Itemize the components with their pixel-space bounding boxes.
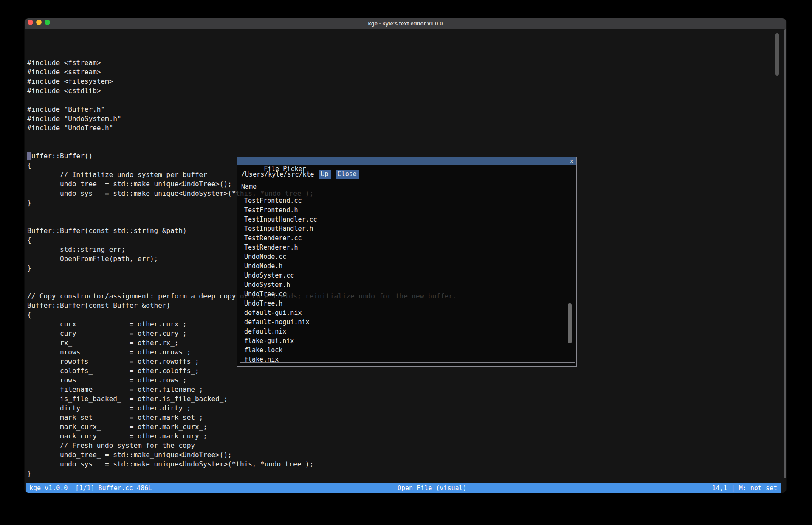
file-item[interactable]: flake.lock (244, 345, 575, 355)
code-line: // Fresh undo system for the copy (27, 441, 457, 450)
code-line: dirty_ = other.dirty_; (27, 404, 457, 413)
window-title: kge - kyle's text editor v1.0.0 (25, 18, 786, 29)
code-line (27, 95, 457, 105)
code-line: } (27, 469, 457, 478)
close-icon[interactable]: ✕ (570, 157, 573, 165)
file-picker-titlebar: File Picker ✕ (237, 157, 576, 165)
dialog-separator (237, 182, 576, 182)
status-mode: Open File (visual) (398, 483, 467, 493)
window-titlebar: kge - kyle's text editor v1.0.0 (25, 18, 786, 29)
editor-scrollbar-thumb[interactable] (775, 33, 779, 76)
code-line: #include "UndoSystem.h" (27, 114, 457, 124)
code-line: mark_set_ = other.mark_set_; (27, 413, 457, 422)
code-line (27, 142, 457, 152)
code-line: filename_ = other.filename_; (27, 385, 457, 394)
file-picker-dialog: File Picker ✕ /Users/kyle/src/kte Up Clo… (237, 157, 577, 367)
file-item[interactable]: default-gui.nix (244, 308, 575, 317)
file-item[interactable]: UndoTree.cc (244, 289, 575, 299)
code-line: undo_sys_ = std::make_unique<UndoSystem>… (27, 460, 457, 469)
code-line: #include <filesystem> (27, 77, 457, 86)
file-item[interactable]: UndoTree.h (244, 299, 575, 308)
current-path: /Users/kyle/src/kte (241, 171, 314, 178)
file-item[interactable]: default-nogui.nix (244, 317, 575, 327)
file-item[interactable]: default.nix (244, 327, 575, 336)
code-line: mark_curx_ = other.mark_curx_; (27, 422, 457, 432)
name-column-header: Name (241, 183, 257, 191)
window-scrollbar-track[interactable] (784, 29, 787, 478)
file-item[interactable]: TestFrontend.cc (244, 196, 575, 205)
file-item[interactable]: TestRenderer.h (244, 243, 575, 252)
close-button[interactable]: Close (336, 170, 359, 179)
file-item[interactable]: flake-gui.nix (244, 336, 575, 345)
code-line: #include <fstream> (27, 58, 457, 67)
code-line: #include "UndoTree.h" (27, 124, 457, 133)
status-bar: kge v1.0.0 [1/1] Buffer.cc 486L Open Fil… (26, 483, 781, 493)
file-item[interactable]: TestRenderer.cc (244, 233, 575, 243)
file-item[interactable]: TestFrontend.h (244, 205, 575, 215)
code-line: #include <sstream> (27, 67, 457, 77)
code-line (27, 133, 457, 142)
file-item[interactable]: UndoSystem.h (244, 280, 575, 289)
up-button[interactable]: Up (319, 170, 331, 179)
file-item[interactable]: UndoNode.cc (244, 252, 575, 261)
file-list[interactable]: TestFrontend.ccTestFrontend.hTestInputHa… (240, 194, 575, 363)
code-line: #include <cstdlib> (27, 86, 457, 95)
file-item[interactable]: TestInputHandler.h (244, 224, 575, 233)
status-file-info: kge v1.0.0 [1/1] Buffer.cc 486L (29, 483, 152, 493)
code-line: mark_cury_ = other.mark_cury_; (27, 432, 457, 441)
code-line: is_file_backed_ = other.is_file_backed_; (27, 394, 457, 404)
file-item[interactable]: TestInputHandler.cc (244, 215, 575, 224)
code-line: undo_tree_ = std::make_unique<UndoTree>(… (27, 450, 457, 460)
file-item[interactable]: UndoNode.h (244, 261, 575, 271)
code-line: rows_ = other.rows_; (27, 376, 457, 385)
file-picker-path-row: /Users/kyle/src/kte Up Close (241, 170, 359, 179)
text-cursor (27, 152, 31, 160)
file-item[interactable]: UndoSystem.cc (244, 271, 575, 280)
app-window: #include <fstream>#include <sstream>#inc… (24, 18, 787, 493)
file-item[interactable]: flake.nix (244, 355, 575, 363)
file-list-scrollbar-thumb[interactable] (568, 303, 572, 343)
status-cursor-position: 14,1 | M: not set (712, 483, 777, 493)
code-line: coloffs_ = other.coloffs_; (27, 366, 457, 376)
code-line: #include "Buffer.h" (27, 105, 457, 114)
